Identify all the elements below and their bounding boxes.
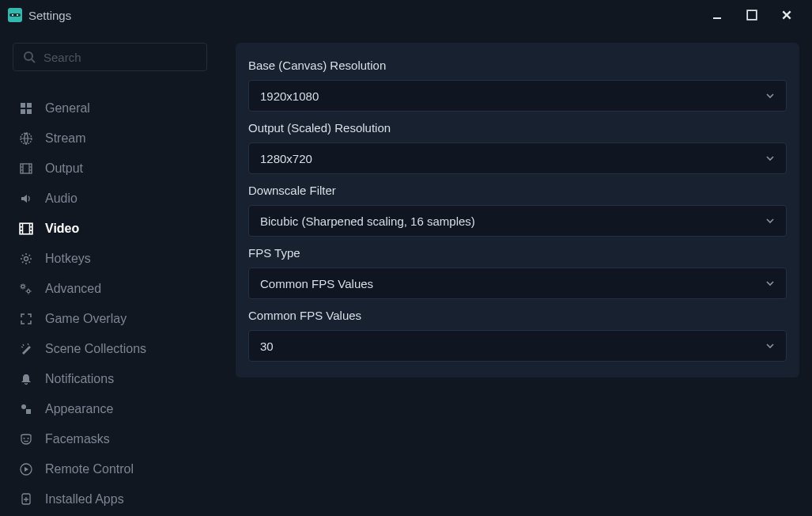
svg-rect-12 — [20, 223, 32, 234]
svg-point-16 — [21, 404, 26, 409]
apps-icon — [18, 491, 34, 507]
body: General Stream Output Audio Video Hotkey… — [0, 30, 812, 516]
sidebar-item-label: Audio — [45, 192, 77, 206]
svg-rect-0 — [9, 13, 21, 17]
sidebar-item-label: Stream — [45, 131, 86, 146]
svg-point-15 — [27, 290, 30, 293]
field-output-resolution: Output (Scaled) Resolution 1280x720 — [248, 121, 787, 174]
field-label: Common FPS Values — [248, 309, 787, 322]
field-label: FPS Type — [248, 246, 787, 260]
chevron-down-icon — [765, 341, 775, 351]
sidebar-item-label: Facemasks — [45, 432, 110, 446]
downscale-filter-select[interactable]: Bicubic (Sharpened scaling, 16 samples) — [248, 205, 787, 237]
sidebar-item-label: Hotkeys — [45, 252, 91, 266]
search-box[interactable] — [13, 43, 207, 71]
sidebar-item-label: Video — [45, 222, 79, 236]
chevron-down-icon — [765, 279, 775, 288]
base-resolution-select[interactable]: 1920x1080 — [248, 80, 787, 112]
sidebar-item-label: Notifications — [45, 372, 114, 386]
settings-panel: Base (Canvas) Resolution 1920x1080 Outpu… — [236, 43, 799, 378]
sidebar-item-appearance[interactable]: Appearance — [13, 394, 207, 424]
sidebar-item-label: Advanced — [45, 282, 101, 296]
window-title: Settings — [28, 9, 71, 22]
svg-point-18 — [24, 438, 25, 439]
field-common-fps: Common FPS Values 30 — [248, 309, 787, 362]
mask-icon — [18, 431, 34, 447]
titlebar: Settings — [0, 0, 812, 30]
chevron-down-icon — [765, 154, 775, 163]
gear-icon — [18, 251, 34, 267]
maximize-button[interactable] — [735, 0, 769, 30]
sidebar-item-remote-control[interactable]: Remote Control — [13, 454, 207, 484]
svg-rect-17 — [26, 409, 31, 414]
sidebar-item-label: General — [45, 101, 90, 116]
sidebar-item-notifications[interactable]: Notifications — [13, 364, 207, 394]
sidebar-item-video[interactable]: Video — [13, 214, 207, 244]
select-value: 30 — [260, 340, 274, 353]
svg-rect-4 — [747, 10, 757, 20]
field-label: Downscale Filter — [248, 184, 787, 197]
svg-point-1 — [12, 14, 13, 16]
play-circle-icon — [18, 461, 34, 477]
svg-point-19 — [28, 438, 29, 439]
output-resolution-select[interactable]: 1280x720 — [248, 142, 787, 174]
window-controls — [700, 0, 804, 30]
sidebar-item-installed-apps[interactable]: Installed Apps — [13, 484, 207, 514]
chevron-down-icon — [765, 91, 775, 101]
minimize-button[interactable] — [700, 0, 735, 30]
field-base-resolution: Base (Canvas) Resolution 1920x1080 — [248, 59, 787, 112]
wand-icon — [18, 341, 34, 357]
sidebar-item-stream[interactable]: Stream — [13, 123, 207, 154]
fps-type-select[interactable]: Common FPS Values — [248, 267, 787, 299]
select-value: 1920x1080 — [260, 89, 319, 103]
svg-rect-6 — [21, 103, 25, 108]
common-fps-select[interactable]: 30 — [248, 330, 787, 362]
svg-rect-7 — [27, 103, 32, 108]
field-label: Base (Canvas) Resolution — [248, 59, 787, 72]
chevron-down-icon — [765, 216, 775, 226]
svg-rect-8 — [21, 109, 25, 114]
sidebar-item-game-overlay[interactable]: Game Overlay — [13, 304, 207, 334]
sidebar-item-label: Remote Control — [45, 462, 134, 476]
sidebar-item-label: Appearance — [45, 402, 113, 416]
expand-icon — [18, 311, 34, 327]
film-icon — [18, 221, 34, 237]
select-value: Bicubic (Sharpened scaling, 16 samples) — [260, 214, 475, 228]
speaker-icon — [18, 191, 34, 207]
sidebar-item-label: Output — [45, 161, 83, 176]
select-value: 1280x720 — [260, 152, 312, 165]
sidebar-item-facemasks[interactable]: Facemasks — [13, 424, 207, 454]
search-input[interactable] — [43, 51, 197, 64]
sidebar-item-label: Game Overlay — [45, 312, 127, 326]
svg-point-13 — [25, 257, 28, 261]
svg-point-5 — [25, 52, 32, 60]
field-downscale-filter: Downscale Filter Bicubic (Sharpened scal… — [248, 184, 787, 237]
film-icon — [18, 161, 34, 176]
sidebar-item-scene-collections[interactable]: Scene Collections — [13, 334, 207, 364]
close-button[interactable] — [769, 0, 804, 30]
svg-rect-9 — [27, 109, 32, 114]
nav-list: General Stream Output Audio Video Hotkey… — [13, 93, 207, 514]
app-icon — [8, 8, 22, 22]
sidebar-item-label: Installed Apps — [45, 492, 124, 507]
bell-icon — [18, 371, 34, 387]
svg-point-14 — [21, 285, 25, 288]
sidebar-item-output[interactable]: Output — [13, 154, 207, 184]
svg-rect-3 — [713, 17, 721, 19]
gears-icon — [18, 281, 34, 297]
sidebar: General Stream Output Audio Video Hotkey… — [13, 43, 207, 514]
svg-point-2 — [17, 14, 18, 16]
select-value: Common FPS Values — [260, 277, 373, 290]
shapes-icon — [18, 401, 34, 417]
field-label: Output (Scaled) Resolution — [248, 121, 787, 135]
globe-icon — [18, 131, 34, 146]
sidebar-item-audio[interactable]: Audio — [13, 184, 207, 214]
field-fps-type: FPS Type Common FPS Values — [248, 246, 787, 299]
grid-icon — [18, 101, 34, 116]
sidebar-item-advanced[interactable]: Advanced — [13, 274, 207, 304]
svg-rect-11 — [21, 164, 32, 173]
sidebar-item-general[interactable]: General — [13, 93, 207, 123]
sidebar-item-label: Scene Collections — [45, 342, 146, 356]
sidebar-item-hotkeys[interactable]: Hotkeys — [13, 244, 207, 274]
search-icon — [23, 51, 36, 63]
